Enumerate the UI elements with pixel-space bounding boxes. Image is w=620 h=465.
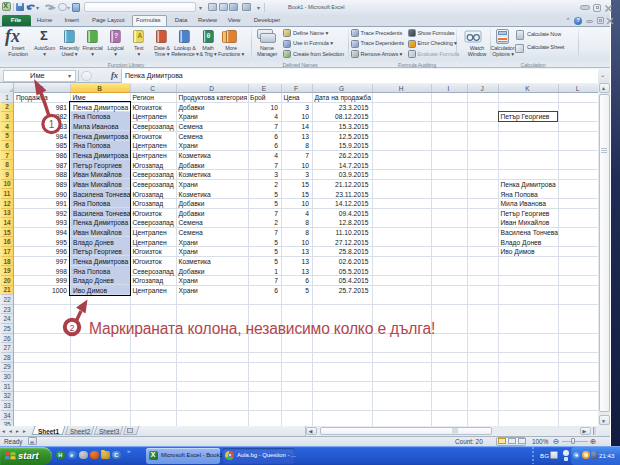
svg-text:1: 1 (49, 119, 55, 130)
svg-text:2: 2 (69, 323, 74, 333)
